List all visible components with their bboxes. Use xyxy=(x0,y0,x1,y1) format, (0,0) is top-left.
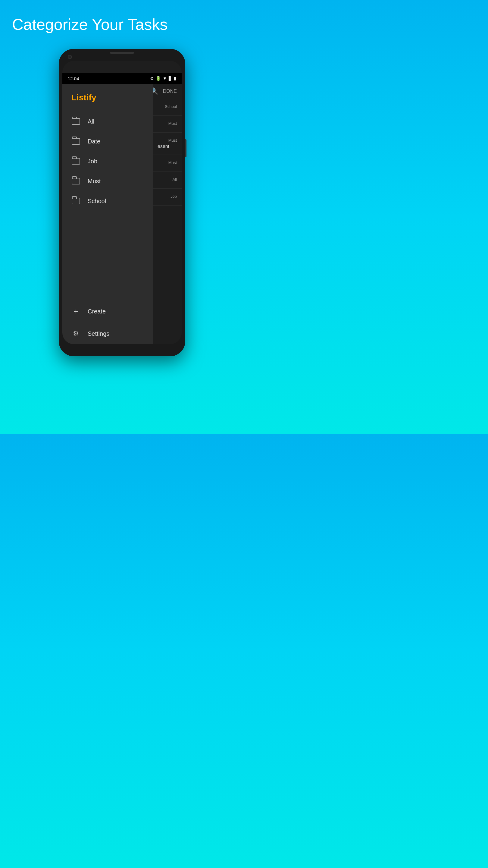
nav-item-job[interactable]: Job xyxy=(62,151,153,171)
search-icon[interactable]: 🔍 xyxy=(153,87,158,95)
nav-label-all: All xyxy=(88,118,94,125)
settings-icon: ⚙ xyxy=(71,330,80,338)
drawer-header: Listify xyxy=(62,84,153,108)
gear-icon: ⚙ xyxy=(150,76,154,81)
wifi-icon: ▼ xyxy=(163,76,167,81)
status-icons: ⚙ 🔋 ▼ ▋ ▮ xyxy=(150,76,176,81)
status-time: 12:04 xyxy=(68,76,79,81)
task-item-4: All xyxy=(153,172,182,189)
settings-button[interactable]: ⚙ Settings xyxy=(62,323,153,344)
nav-item-all[interactable]: All xyxy=(62,112,153,131)
main-content: 🔍 DONE School Must Must esent xyxy=(153,84,182,344)
folder-job-icon xyxy=(71,157,80,166)
task-tag-0: School xyxy=(158,104,177,109)
nav-label-date: Date xyxy=(88,138,100,145)
nav-label-school: School xyxy=(88,198,106,205)
task-item-5: Job xyxy=(153,189,182,206)
folder-school-icon xyxy=(71,196,80,206)
nav-label-job: Job xyxy=(88,158,97,165)
create-label: Create xyxy=(88,308,106,315)
folder-date-icon xyxy=(71,137,80,146)
camera-dot xyxy=(68,55,72,59)
app-content: Listify All xyxy=(62,84,182,344)
plus-icon: + xyxy=(71,307,80,316)
folder-all-icon xyxy=(71,117,80,126)
nav-item-date[interactable]: Date xyxy=(62,131,153,151)
main-header: 🔍 DONE xyxy=(153,84,182,99)
drawer-nav: All Date xyxy=(62,108,153,300)
phone-shell: 12:04 ⚙ 🔋 ▼ ▋ ▮ xyxy=(59,49,185,356)
battery-outline-icon: 🔋 xyxy=(156,76,161,81)
side-button xyxy=(185,139,187,157)
app-logo: Listify xyxy=(71,93,96,102)
settings-label: Settings xyxy=(88,330,109,337)
phone-screen: 12:04 ⚙ 🔋 ▼ ▋ ▮ xyxy=(62,61,182,344)
task-item-1: Must xyxy=(153,116,182,133)
task-list: School Must Must esent Must xyxy=(153,99,182,344)
page-title: Categorize Your Tasks xyxy=(0,0,244,43)
task-tag-4: All xyxy=(158,177,177,182)
task-tag-1: Must xyxy=(158,121,177,126)
task-item-3: Must xyxy=(153,155,182,172)
task-item-2: Must esent xyxy=(153,133,182,155)
task-tag-5: Job xyxy=(158,194,177,198)
speaker-bar xyxy=(110,52,134,54)
nav-label-must: Must xyxy=(88,178,101,185)
navigation-drawer: Listify All xyxy=(62,84,153,344)
phone-mockup: 12:04 ⚙ 🔋 ▼ ▋ ▮ xyxy=(59,49,185,365)
signal-icon: ▋ xyxy=(169,76,172,81)
folder-must-icon xyxy=(71,177,80,186)
battery-icon: ▮ xyxy=(174,76,176,81)
status-bar: 12:04 ⚙ 🔋 ▼ ▋ ▮ xyxy=(62,73,182,84)
task-tag-3: Must xyxy=(158,160,177,165)
create-button[interactable]: + Create xyxy=(62,300,153,323)
nav-item-school[interactable]: School xyxy=(62,191,153,211)
nav-item-must[interactable]: Must xyxy=(62,171,153,191)
task-item-0: School xyxy=(153,99,182,116)
task-text-2: esent xyxy=(158,144,177,149)
done-button[interactable]: DONE xyxy=(163,89,177,94)
task-tag-2: Must xyxy=(158,138,177,143)
